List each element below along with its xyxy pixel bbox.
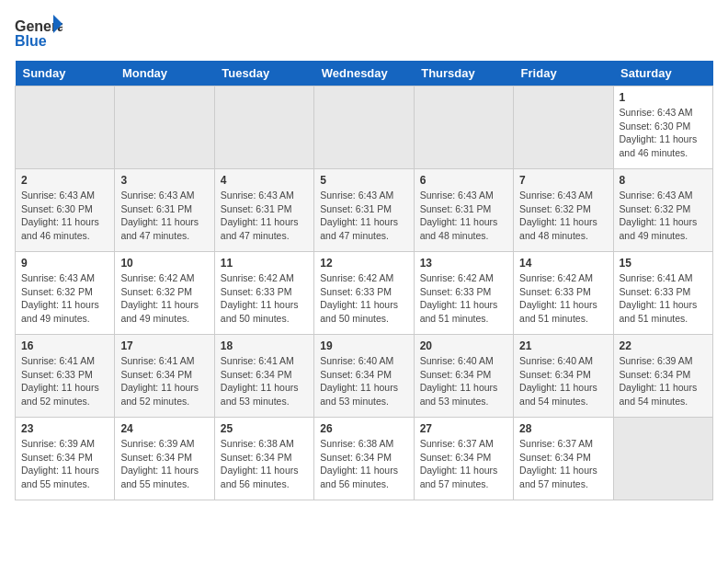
day-of-week-header: Friday (514, 61, 613, 86)
day-info: Sunrise: 6:41 AM Sunset: 6:34 PM Dayligh… (221, 354, 308, 408)
day-info: Sunrise: 6:42 AM Sunset: 6:32 PM Dayligh… (120, 271, 208, 326)
calendar-cell: 19Sunrise: 6:40 AM Sunset: 6:34 PM Dayli… (314, 335, 414, 418)
calendar-cell: 10Sunrise: 6:42 AM Sunset: 6:32 PM Dayli… (115, 252, 214, 335)
day-info: Sunrise: 6:38 AM Sunset: 6:34 PM Dayligh… (320, 437, 407, 491)
calendar-cell (16, 86, 115, 169)
day-number: 11 (221, 257, 308, 270)
day-number: 13 (420, 257, 507, 270)
day-info: Sunrise: 6:43 AM Sunset: 6:32 PM Dayligh… (519, 189, 607, 243)
day-number: 27 (420, 422, 507, 435)
day-info: Sunrise: 6:37 AM Sunset: 6:34 PM Dayligh… (420, 437, 507, 491)
calendar-cell: 8Sunrise: 6:43 AM Sunset: 6:32 PM Daylig… (613, 169, 712, 252)
day-info: Sunrise: 6:43 AM Sunset: 6:31 PM Dayligh… (120, 189, 208, 243)
day-info: Sunrise: 6:43 AM Sunset: 6:32 PM Dayligh… (620, 189, 707, 243)
calendar-cell: 9Sunrise: 6:43 AM Sunset: 6:32 PM Daylig… (16, 252, 115, 335)
calendar-cell (115, 86, 214, 169)
calendar-cell: 20Sunrise: 6:40 AM Sunset: 6:34 PM Dayli… (414, 335, 513, 418)
calendar-cell: 22Sunrise: 6:39 AM Sunset: 6:34 PM Dayli… (613, 335, 712, 418)
calendar-week-row: 16Sunrise: 6:41 AM Sunset: 6:33 PM Dayli… (16, 335, 713, 418)
day-of-week-header: Sunday (16, 61, 115, 86)
day-info: Sunrise: 6:39 AM Sunset: 6:34 PM Dayligh… (620, 354, 707, 408)
calendar-cell: 1Sunrise: 6:43 AM Sunset: 6:30 PM Daylig… (613, 86, 712, 169)
day-number: 18 (221, 339, 308, 352)
calendar-week-row: 2Sunrise: 6:43 AM Sunset: 6:30 PM Daylig… (16, 169, 713, 252)
day-info: Sunrise: 6:42 AM Sunset: 6:33 PM Dayligh… (519, 271, 607, 326)
day-info: Sunrise: 6:40 AM Sunset: 6:34 PM Dayligh… (320, 354, 407, 408)
day-number: 3 (120, 174, 208, 187)
day-info: Sunrise: 6:37 AM Sunset: 6:34 PM Dayligh… (519, 437, 607, 491)
day-number: 14 (519, 257, 607, 270)
logo-icon: GeneralBlue (15, 15, 63, 52)
calendar-cell: 2Sunrise: 6:43 AM Sunset: 6:30 PM Daylig… (16, 169, 115, 252)
calendar-cell (514, 86, 613, 169)
day-info: Sunrise: 6:40 AM Sunset: 6:34 PM Dayligh… (420, 354, 507, 408)
calendar-cell: 25Sunrise: 6:38 AM Sunset: 6:34 PM Dayli… (214, 418, 313, 500)
calendar-cell: 4Sunrise: 6:43 AM Sunset: 6:31 PM Daylig… (214, 169, 313, 252)
calendar-cell (414, 86, 513, 169)
day-info: Sunrise: 6:38 AM Sunset: 6:34 PM Dayligh… (221, 437, 308, 491)
day-number: 9 (21, 257, 108, 270)
calendar-cell: 21Sunrise: 6:40 AM Sunset: 6:34 PM Dayli… (514, 335, 613, 418)
calendar-cell: 18Sunrise: 6:41 AM Sunset: 6:34 PM Dayli… (214, 335, 313, 418)
day-info: Sunrise: 6:41 AM Sunset: 6:34 PM Dayligh… (120, 354, 208, 408)
calendar-cell: 14Sunrise: 6:42 AM Sunset: 6:33 PM Dayli… (514, 252, 613, 335)
day-number: 26 (320, 422, 407, 435)
calendar-cell: 11Sunrise: 6:42 AM Sunset: 6:33 PM Dayli… (214, 252, 313, 335)
day-of-week-header: Thursday (414, 61, 513, 86)
day-info: Sunrise: 6:43 AM Sunset: 6:30 PM Dayligh… (620, 106, 707, 160)
calendar-cell: 24Sunrise: 6:39 AM Sunset: 6:34 PM Dayli… (115, 418, 214, 500)
calendar-cell (613, 418, 712, 500)
day-number: 6 (420, 174, 507, 187)
day-info: Sunrise: 6:39 AM Sunset: 6:34 PM Dayligh… (120, 437, 208, 491)
calendar-cell: 5Sunrise: 6:43 AM Sunset: 6:31 PM Daylig… (314, 169, 414, 252)
day-of-week-header: Saturday (613, 61, 712, 86)
day-number: 22 (620, 339, 707, 352)
day-number: 7 (519, 174, 607, 187)
day-number: 5 (320, 174, 407, 187)
calendar-cell: 15Sunrise: 6:41 AM Sunset: 6:33 PM Dayli… (613, 252, 712, 335)
calendar-cell (314, 86, 414, 169)
calendar-cell (214, 86, 313, 169)
day-info: Sunrise: 6:41 AM Sunset: 6:33 PM Dayligh… (620, 271, 707, 326)
calendar-cell: 17Sunrise: 6:41 AM Sunset: 6:34 PM Dayli… (115, 335, 214, 418)
day-info: Sunrise: 6:43 AM Sunset: 6:31 PM Dayligh… (221, 189, 308, 243)
day-number: 2 (21, 174, 108, 187)
day-number: 10 (120, 257, 208, 270)
day-info: Sunrise: 6:43 AM Sunset: 6:31 PM Dayligh… (420, 189, 507, 243)
calendar-cell: 27Sunrise: 6:37 AM Sunset: 6:34 PM Dayli… (414, 418, 513, 500)
calendar-cell: 23Sunrise: 6:39 AM Sunset: 6:34 PM Dayli… (16, 418, 115, 500)
day-number: 25 (221, 422, 308, 435)
day-info: Sunrise: 6:43 AM Sunset: 6:30 PM Dayligh… (21, 189, 108, 243)
day-info: Sunrise: 6:42 AM Sunset: 6:33 PM Dayligh… (420, 271, 507, 326)
calendar-week-row: 9Sunrise: 6:43 AM Sunset: 6:32 PM Daylig… (16, 252, 713, 335)
calendar-cell: 6Sunrise: 6:43 AM Sunset: 6:31 PM Daylig… (414, 169, 513, 252)
logo: GeneralBlue (15, 15, 63, 52)
day-number: 8 (620, 174, 707, 187)
calendar-cell: 12Sunrise: 6:42 AM Sunset: 6:33 PM Dayli… (314, 252, 414, 335)
day-info: Sunrise: 6:40 AM Sunset: 6:34 PM Dayligh… (519, 354, 607, 408)
svg-text:Blue: Blue (15, 33, 47, 49)
day-number: 1 (620, 91, 707, 104)
day-info: Sunrise: 6:39 AM Sunset: 6:34 PM Dayligh… (21, 437, 108, 491)
day-number: 28 (519, 422, 607, 435)
calendar-cell: 13Sunrise: 6:42 AM Sunset: 6:33 PM Dayli… (414, 252, 513, 335)
day-number: 17 (120, 339, 208, 352)
day-of-week-header: Tuesday (214, 61, 313, 86)
day-number: 19 (320, 339, 407, 352)
day-of-week-header: Monday (115, 61, 214, 86)
day-info: Sunrise: 6:43 AM Sunset: 6:32 PM Dayligh… (21, 271, 108, 326)
day-number: 16 (21, 339, 108, 352)
calendar-cell: 7Sunrise: 6:43 AM Sunset: 6:32 PM Daylig… (514, 169, 613, 252)
day-number: 12 (320, 257, 407, 270)
day-info: Sunrise: 6:42 AM Sunset: 6:33 PM Dayligh… (221, 271, 308, 326)
day-number: 24 (120, 422, 208, 435)
calendar-cell: 26Sunrise: 6:38 AM Sunset: 6:34 PM Dayli… (314, 418, 414, 500)
day-info: Sunrise: 6:42 AM Sunset: 6:33 PM Dayligh… (320, 271, 407, 326)
calendar-header-row: SundayMondayTuesdayWednesdayThursdayFrid… (16, 61, 713, 86)
day-of-week-header: Wednesday (314, 61, 414, 86)
calendar-cell: 28Sunrise: 6:37 AM Sunset: 6:34 PM Dayli… (514, 418, 613, 500)
day-number: 15 (620, 257, 707, 270)
day-info: Sunrise: 6:43 AM Sunset: 6:31 PM Dayligh… (320, 189, 407, 243)
day-number: 21 (519, 339, 607, 352)
day-number: 4 (221, 174, 308, 187)
